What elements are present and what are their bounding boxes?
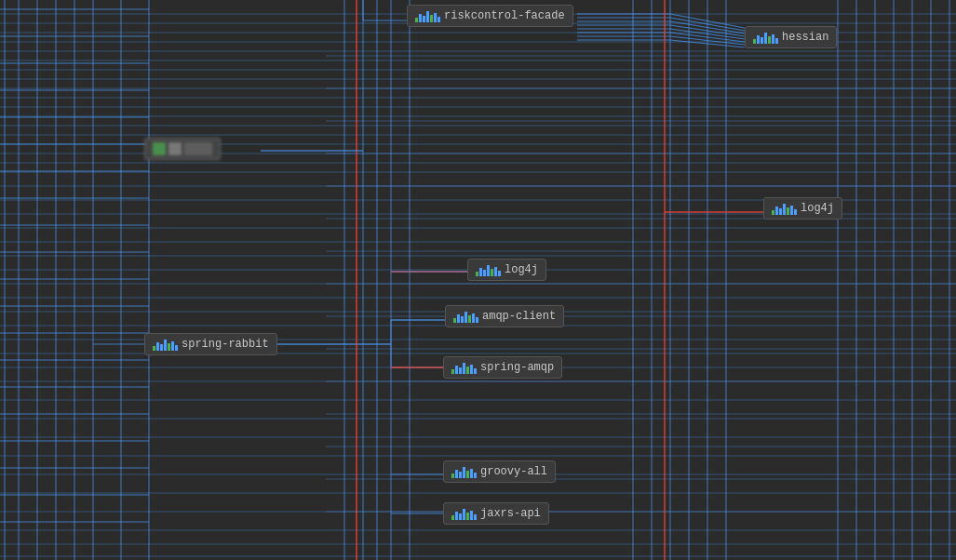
node-amqp-client[interactable]: amqp-client bbox=[445, 305, 564, 327]
node-bars bbox=[451, 361, 477, 374]
node-log4j-mid[interactable]: log4j bbox=[467, 259, 546, 281]
node-bars bbox=[451, 507, 477, 520]
node-label: riskcontrol-facade bbox=[444, 9, 565, 22]
node-bars bbox=[453, 310, 478, 323]
node-spring-rabbit[interactable]: spring-rabbit bbox=[144, 333, 277, 355]
node-riskcontrol-facade[interactable]: riskcontrol-facade bbox=[407, 5, 573, 27]
node-bars bbox=[153, 338, 178, 351]
node-jaxrs-api[interactable]: jaxrs-api bbox=[443, 502, 549, 525]
node-label: spring-rabbit bbox=[182, 338, 269, 351]
node-bars bbox=[415, 9, 440, 22]
node-groovy-all[interactable]: groovy-all bbox=[443, 460, 556, 483]
node-log4j-right[interactable]: log4j bbox=[763, 197, 842, 220]
node-label: log4j bbox=[505, 263, 538, 276]
node-bars bbox=[753, 31, 778, 44]
node-label: jaxrs-api bbox=[480, 507, 541, 520]
node-label: amqp-client bbox=[482, 310, 556, 323]
node-spring-amqp[interactable]: spring-amqp bbox=[443, 356, 562, 379]
node-blurred[interactable] bbox=[144, 138, 221, 160]
node-label: spring-amqp bbox=[480, 361, 554, 374]
node-label: hessian bbox=[782, 31, 828, 44]
node-bars bbox=[772, 202, 797, 215]
node-label: groovy-all bbox=[480, 465, 547, 478]
node-bars bbox=[451, 465, 477, 478]
node-label: log4j bbox=[801, 202, 834, 215]
node-bars bbox=[476, 263, 501, 276]
node-hessian[interactable]: hessian bbox=[745, 26, 837, 48]
